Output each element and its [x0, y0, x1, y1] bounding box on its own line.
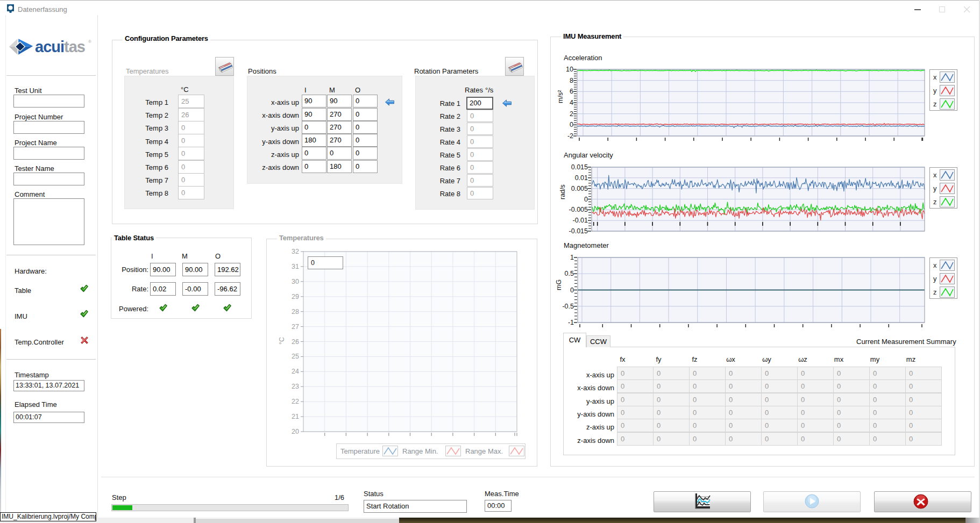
svg-text:20: 20 [292, 428, 299, 435]
svg-text:-0.015: -0.015 [569, 227, 588, 235]
svg-text:2: 2 [570, 110, 573, 118]
svg-text:27: 27 [292, 323, 299, 331]
svg-text:-0.005: -0.005 [569, 206, 588, 213]
svg-text:26: 26 [292, 338, 299, 346]
svg-text:0: 0 [570, 121, 573, 128]
svg-text:acui: acui [35, 38, 64, 55]
svg-text:-2: -2 [567, 132, 573, 140]
svg-text:tas: tas [64, 38, 85, 55]
svg-text:29: 29 [292, 293, 299, 300]
svg-text:4: 4 [570, 99, 573, 106]
svg-text:8: 8 [570, 77, 573, 84]
svg-text:25: 25 [292, 353, 299, 360]
svg-text:mG: mG [555, 280, 563, 290]
svg-text:10: 10 [566, 66, 573, 73]
svg-text:31: 31 [292, 263, 299, 270]
svg-text:23: 23 [292, 383, 299, 390]
svg-text:24: 24 [292, 368, 299, 375]
svg-text:-1: -1 [568, 319, 574, 326]
svg-text:28: 28 [292, 308, 299, 316]
svg-text:0: 0 [570, 286, 574, 294]
svg-text:rad/s: rad/s [559, 184, 566, 199]
svg-text:°C: °C [278, 337, 286, 345]
svg-text:1: 1 [570, 254, 574, 261]
svg-text:0.5: 0.5 [565, 270, 574, 277]
svg-text:®: ® [88, 39, 91, 44]
svg-text:-0.5: -0.5 [562, 303, 574, 310]
svg-text:0.015: 0.015 [571, 163, 588, 171]
svg-text:32: 32 [292, 248, 299, 255]
svg-text:m/s²: m/s² [557, 90, 564, 103]
svg-text:0.01: 0.01 [575, 174, 588, 182]
svg-text:30: 30 [292, 278, 299, 285]
svg-text:22: 22 [292, 398, 299, 405]
svg-text:6: 6 [570, 88, 573, 95]
svg-text:0: 0 [584, 196, 588, 203]
svg-text:0.005: 0.005 [571, 185, 588, 192]
svg-text:-0.01: -0.01 [573, 217, 588, 224]
svg-text:21: 21 [292, 413, 299, 420]
